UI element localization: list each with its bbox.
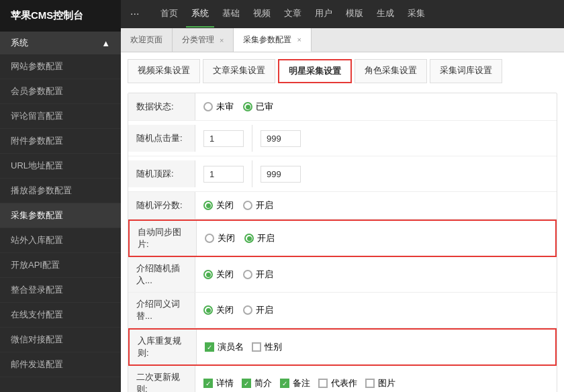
radio-circle — [203, 270, 213, 279]
checkbox-item[interactable]: ✓简介 — [242, 377, 272, 389]
top-nav: ··· 首页系统基础视频文章用户模版生成采集 — [121, 0, 564, 28]
checkbox-label: 代表作 — [331, 377, 357, 389]
checkbox-box: ✓ — [280, 379, 289, 388]
form-row: 介绍同义词替...关闭开启 — [128, 293, 557, 328]
radio-label: 关闭 — [216, 199, 234, 211]
tab-item[interactable]: 采集参数配置× — [234, 28, 311, 52]
form-row-label: 随机评分数: — [128, 192, 195, 219]
radio-item[interactable]: 关闭 — [203, 268, 234, 281]
sidebar-item[interactable]: URL地址配置 — [0, 154, 121, 179]
logo-text: 苹果CMS控制台 — [11, 9, 83, 22]
checkbox-item[interactable]: 图片 — [365, 377, 395, 389]
radio-group: 未审已审 — [203, 101, 273, 113]
form-row-label: 自动同步图片: — [130, 221, 197, 256]
main-area: ··· 首页系统基础视频文章用户模版生成采集 欢迎页面分类管理×采集参数配置× … — [121, 0, 564, 392]
input-min[interactable] — [203, 166, 244, 183]
form-row: 入库重复规则:✓演员名性别 — [128, 328, 557, 366]
radio-circle — [205, 234, 214, 243]
tab-item[interactable]: 欢迎页面 — [121, 28, 173, 52]
checkbox-item[interactable]: 性别 — [252, 341, 282, 353]
sidebar-item[interactable]: 站外入库配置 — [0, 228, 121, 253]
checkbox-box: ✓ — [205, 342, 214, 352]
radio-item[interactable]: 已审 — [243, 101, 273, 113]
radio-circle — [243, 201, 252, 210]
sidebar-item[interactable]: 附件参数配置 — [0, 129, 121, 154]
sidebar-item[interactable]: 会员参数配置 — [0, 79, 121, 104]
top-nav-item[interactable]: 采集 — [402, 1, 430, 28]
radio-item[interactable]: 开启 — [243, 199, 273, 211]
sidebar-item[interactable]: 播放器参数配置 — [0, 179, 121, 203]
checkbox-label: 演员名 — [218, 341, 244, 353]
input-separator — [252, 125, 252, 152]
radio-circle — [203, 102, 213, 111]
radio-label: 开启 — [256, 199, 273, 211]
sidebar-item[interactable]: 微信对接配置 — [0, 328, 121, 352]
sidebar-item[interactable]: 整合登录配置 — [0, 278, 121, 303]
tab-item[interactable]: 分类管理× — [173, 28, 234, 52]
form-row-content — [195, 121, 557, 156]
radio-label: 关闭 — [216, 304, 234, 316]
radio-label: 未审 — [216, 101, 234, 113]
radio-group: 关闭开启 — [205, 232, 275, 244]
top-nav-item[interactable]: 文章 — [279, 1, 307, 28]
top-nav-item[interactable]: 用户 — [310, 1, 338, 28]
sidebar-item[interactable]: 评论留言配置 — [0, 104, 121, 129]
top-nav-item[interactable]: 视频 — [248, 1, 276, 28]
sub-tab[interactable]: 明星采集设置 — [278, 59, 352, 83]
tab-close-icon[interactable]: × — [220, 36, 224, 44]
radio-item[interactable]: 开启 — [243, 304, 273, 316]
radio-item[interactable]: 开启 — [243, 268, 273, 281]
input-separator — [252, 160, 252, 187]
top-nav-item[interactable]: 生成 — [371, 1, 399, 28]
radio-item[interactable]: 未审 — [203, 101, 234, 113]
sub-tab[interactable]: 角色采集设置 — [355, 59, 427, 83]
checkbox-label: 图片 — [378, 377, 395, 389]
top-nav-item[interactable]: 首页 — [155, 1, 183, 28]
radio-item[interactable]: 关闭 — [205, 232, 235, 244]
radio-circle — [243, 270, 252, 279]
sidebar-item[interactable]: 在线支付配置 — [0, 303, 121, 328]
radio-item[interactable]: 开启 — [244, 232, 275, 244]
sidebar-items-list: 网站参数配置会员参数配置评论留言配置附件参数配置URL地址配置播放器参数配置采集… — [0, 54, 121, 377]
radio-label: 开启 — [256, 304, 273, 316]
top-nav-item[interactable]: 基础 — [217, 1, 245, 28]
input-max[interactable] — [261, 166, 301, 183]
form-row: 随机点击量: — [128, 121, 557, 156]
form-row-content — [195, 156, 557, 191]
form-row-label: 介绍同义词替... — [128, 293, 195, 328]
checkbox-item[interactable]: 代表作 — [318, 377, 357, 389]
tab-close-icon[interactable]: × — [297, 36, 301, 44]
chevron-up-icon: ▲ — [101, 38, 110, 48]
checkbox-label: 简介 — [254, 377, 272, 389]
radio-circle — [244, 234, 254, 243]
sub-tab[interactable]: 视频采集设置 — [128, 59, 200, 83]
top-nav-dots[interactable]: ··· — [128, 1, 142, 27]
input-max[interactable] — [261, 130, 301, 147]
form-row: 介绍随机插入...关闭开启 — [128, 257, 557, 293]
radio-label: 开启 — [257, 232, 275, 244]
radio-circle — [203, 201, 213, 210]
radio-circle — [203, 305, 213, 315]
input-min[interactable] — [203, 130, 244, 147]
form-row-content: ✓详情✓简介✓备注代表作图片 — [195, 373, 557, 392]
radio-item[interactable]: 关闭 — [203, 304, 234, 316]
checkbox-item[interactable]: ✓备注 — [280, 377, 310, 389]
checkbox-item[interactable]: ✓演员名 — [205, 341, 244, 353]
sidebar-item[interactable]: 邮件发送配置 — [0, 352, 121, 377]
top-nav-item[interactable]: 系统 — [186, 1, 214, 28]
sidebar-item[interactable]: 采集参数配置 — [0, 203, 121, 228]
form-row-label: 入库重复规则: — [130, 330, 197, 364]
radio-group: 关闭开启 — [203, 268, 273, 281]
sub-tab[interactable]: 文章采集设置 — [203, 59, 275, 83]
sidebar-item[interactable]: 网站参数配置 — [0, 54, 121, 79]
form-row-content: 关闭开启 — [195, 264, 557, 285]
sub-tabs: 视频采集设置文章采集设置明星采集设置角色采集设置采集词库设置 — [128, 59, 557, 83]
form-row-label: 随机顶踩: — [128, 160, 195, 187]
checkbox-label: 备注 — [293, 377, 310, 389]
radio-item[interactable]: 关闭 — [203, 199, 234, 211]
form-row: 随机顶踩: — [128, 156, 557, 192]
top-nav-item[interactable]: 模版 — [340, 1, 369, 28]
sub-tab[interactable]: 采集词库设置 — [430, 59, 502, 83]
checkbox-item[interactable]: ✓详情 — [203, 377, 234, 389]
sidebar-item[interactable]: 开放API配置 — [0, 253, 121, 278]
